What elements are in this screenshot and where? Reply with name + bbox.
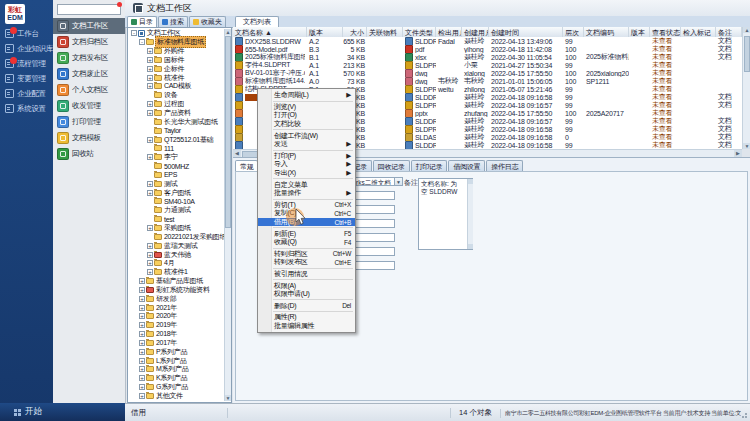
tree-expand-toggle[interactable]: + [147,269,153,275]
menu-item-16[interactable]: 剪切(T)Ctrl+X [258,201,355,210]
scroll-down-icon[interactable]: ▼ [743,143,750,149]
table-row[interactable]: DXX258.SLDDRWA.2655 KBSLDDRWFadal聂桂玲2022… [233,37,742,45]
column-header-2[interactable]: 大小 [343,27,367,37]
rail-item-1[interactable]: 企业知识库 [0,41,53,56]
column-header-12[interactable]: 检入标记 [681,27,716,37]
tree-expand-toggle[interactable]: + [147,110,153,116]
menu-item-17[interactable]: 复制(C)Ctrl+C [258,209,355,218]
menu-item-31[interactable]: 删除(D)Del [258,301,355,310]
tree-expand-toggle[interactable]: + [139,340,145,346]
tree-expand-toggle[interactable]: + [147,190,153,196]
tree-expand-toggle[interactable]: + [147,137,153,143]
tree-expand-toggle[interactable]: + [139,287,145,293]
workspace-item-2[interactable]: 文档发布区 [53,50,125,66]
tree-expand-toggle[interactable]: + [139,358,145,364]
workspace-item-6[interactable]: 打印管理 [53,114,125,130]
scroll-up-icon[interactable]: ▲ [225,29,231,35]
tree-expand-toggle[interactable]: - [131,30,137,36]
menu-item-34[interactable]: 批量编辑属性 [258,322,355,331]
tree-expand-toggle[interactable]: + [147,225,153,231]
tree-node[interactable]: 长光华大测试图纸 [129,117,224,126]
tree-expand-toggle[interactable]: + [139,313,145,319]
detail-tab-0[interactable]: 常规 [235,160,258,171]
menu-item-24[interactable]: 转到发布区Ctrl+E [258,258,355,267]
column-header-0[interactable]: 文档名称 ▲ [233,27,307,37]
detail-tab-5[interactable]: 打印记录 [411,160,448,171]
tree-expand-toggle[interactable]: + [147,66,153,72]
workspace-item-0[interactable]: 文档工作区 [53,18,125,34]
menu-item-21[interactable]: 收藏(Q)F4 [258,238,355,247]
menu-item-3[interactable]: 打开(O) [258,111,355,120]
rail-item-2[interactable]: 流程管理 [0,56,53,71]
table-row[interactable]: BV-01-01塞子-冲压.dwgA.1570 KBdwgxialong2022… [233,69,742,77]
tree-expand-toggle[interactable]: + [147,181,153,187]
scroll-left-icon[interactable]: ◀ [233,150,241,157]
menu-item-6[interactable]: 创建工作流(W) [258,131,355,140]
menu-item-14[interactable]: 批量操作▶ [258,189,355,198]
detail-tab-4[interactable]: 回收记录 [373,160,410,171]
detail-tab-6[interactable]: 借阅设置 [448,160,485,171]
tree-expand-toggle[interactable]: + [139,305,145,311]
tree-expand-toggle[interactable]: + [147,101,153,107]
tree-expand-toggle[interactable]: + [139,366,145,372]
menu-item-18[interactable]: 借用(B)Ctrl+B [258,218,355,227]
tree-expand-toggle[interactable]: + [139,393,145,399]
tree-tab-2[interactable]: 收藏夹 [189,16,226,27]
menu-item-11[interactable]: 导出(X)▶ [258,169,355,178]
note-scrollbar[interactable] [467,179,473,249]
rail-item-0[interactable]: 工作台 [0,26,53,41]
scroll-down-icon[interactable]: ▼ [225,395,231,401]
tab-doc-list[interactable]: 文档列表 [235,16,279,27]
scroll-right-icon[interactable]: ▶ [734,150,742,157]
table-row[interactable]: 标准物料库图纸144.dwgA.073 KBdwg韦秋玲韦秋玲2021-01-0… [233,77,742,85]
workspace-item-7[interactable]: 文档模板 [53,130,125,146]
tree-expand-toggle[interactable]: + [147,154,153,160]
start-button[interactable]: 开始 [0,403,125,421]
column-header-10[interactable]: 版本 [629,27,650,37]
menu-item-4[interactable]: 文档比较 [258,120,355,129]
menu-item-2[interactable]: 浏览(V) [258,103,355,112]
tree-expand-toggle[interactable]: - [139,39,145,45]
tree-node[interactable]: 力通测试 [129,206,224,215]
tree-node[interactable]: +客户图纸 [129,188,224,197]
menu-item-13[interactable]: 自定义菜单 [258,180,355,189]
column-header-11[interactable]: 查看状态 [650,27,681,37]
column-header-8[interactable]: 层次 [563,27,584,37]
list-scrollbar-thumb[interactable] [744,36,750,72]
tree-expand-toggle[interactable]: + [139,322,145,328]
menu-item-10[interactable]: 导入▶ [258,160,355,169]
resize-grip[interactable] [741,407,749,419]
rail-item-4[interactable]: 企业配置 [0,86,53,101]
detail-tab-7[interactable]: 操作日志 [486,160,523,171]
tree-node[interactable]: +李宁 [129,153,224,162]
tree-expand-toggle[interactable]: + [147,83,153,89]
tree-tab-1[interactable]: 搜索 [158,16,188,27]
column-header-5[interactable]: 检出用户 [436,27,462,37]
menu-item-20[interactable]: 刷新(E)F5 [258,229,355,238]
table-row[interactable]: 零件4.SLDPRTA.1213 KBSLDPRT小栗2021-04-27 15… [233,61,742,69]
menu-item-26[interactable]: 被引用情况 [258,270,355,279]
list-scrollbar[interactable]: ▲ ▼ [742,27,750,149]
table-row[interactable]: 2025标准物料库图纸会议讨...B.134 KBxlsx聂桂玲2022-04-… [233,53,742,61]
tree-node[interactable]: 500MHZ [129,162,224,171]
workspace-item-5[interactable]: 收发管理 [53,98,125,114]
tree-expand-toggle[interactable]: + [139,349,145,355]
tree-expand-toggle[interactable]: + [147,48,153,54]
workspace-search-input[interactable] [57,4,121,15]
workspace-item-1[interactable]: 文档归档区 [53,34,125,50]
tree-scrollbar-thumb[interactable] [225,36,231,228]
tree-node[interactable]: +QT25512.01基础 [129,135,224,144]
scroll-up-icon[interactable]: ▲ [743,27,750,33]
column-header-7[interactable]: 创建时间 [489,27,563,37]
note-textarea[interactable]: 文档名称: 为 空 SLDDRW [418,178,473,250]
tree-expand-toggle[interactable]: + [147,75,153,81]
column-header-6[interactable]: 创建用户 [462,27,489,37]
tree-expand-toggle[interactable]: + [147,57,153,63]
menu-item-7[interactable]: 发送▶ [258,140,355,149]
tree-expand-toggle[interactable]: + [139,296,145,302]
tree-expand-toggle[interactable]: + [139,375,145,381]
tree-node[interactable]: +其他文件 [129,392,224,401]
tree-tab-0[interactable]: 目录 [127,16,157,27]
tree-expand-toggle[interactable]: + [139,331,145,337]
workspace-item-3[interactable]: 文档废止区 [53,66,125,82]
